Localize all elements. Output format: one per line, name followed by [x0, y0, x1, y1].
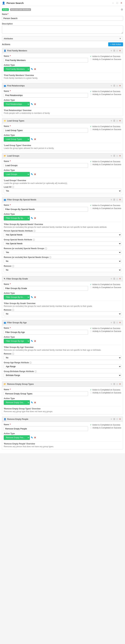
description-input[interactable] — [2, 26, 123, 34]
action-type-select-8[interactable]: Remove Empty Peo... — [4, 435, 30, 440]
clear-action-4[interactable]: ✕ — [34, 217, 36, 220]
reorder-icon-5[interactable]: ☰ — [113, 277, 116, 280]
reorder-icon-2[interactable]: ☰ — [113, 119, 116, 122]
attributes-header[interactable]: Attributes ▼ — [2, 36, 123, 41]
expand-icon-8[interactable]: □ — [116, 418, 118, 421]
reorder-icon-7[interactable]: ☰ — [113, 382, 116, 386]
name-input-3[interactable] — [4, 163, 88, 168]
remove-non-special-needs-select[interactable]: No Yes — [4, 259, 121, 264]
filter-icon-5[interactable]: ▿ — [110, 277, 112, 280]
expand-icon-7[interactable]: □ — [116, 382, 118, 386]
action-type-select-4[interactable]: Filter Groups By Sp... — [4, 216, 30, 220]
action-type-select-7[interactable]: Remove Empty Gro... — [4, 400, 30, 405]
clear-action-7[interactable]: ✕ — [34, 401, 36, 404]
reorder-icon-8[interactable]: ☰ — [113, 418, 116, 421]
expand-icon-4[interactable]: □ — [116, 198, 118, 201]
active-tag[interactable]: Active — [2, 8, 9, 11]
clear-action-8[interactable]: ✕ — [34, 436, 36, 439]
delete-icon-4[interactable]: ✕ — [119, 198, 121, 201]
remove-select-4[interactable]: No Yes — [4, 268, 121, 272]
person-special-needs-select[interactable]: Has Special Needs — [4, 232, 121, 237]
info-icon-gbr[interactable]: ⓘ — [34, 370, 37, 373]
filter-icon-3[interactable]: ▿ — [110, 154, 112, 157]
expand-icon-1[interactable]: □ — [116, 84, 118, 87]
reorder-icon-6[interactable]: ☰ — [113, 321, 116, 324]
reorder-icon-1[interactable]: ☰ — [113, 84, 116, 87]
action-type-select-3[interactable]: Load Groups — [4, 172, 30, 176]
action-type-select-0[interactable]: Find Family Members — [4, 67, 30, 72]
expand-icon-6[interactable]: □ — [116, 321, 118, 324]
edit-action-2[interactable]: ✎ — [31, 138, 33, 141]
delete-icon-6[interactable]: ✕ — [119, 321, 121, 324]
group-age-range-select[interactable]: Age Range — [4, 364, 121, 369]
minimize-icon[interactable]: − — [111, 1, 114, 4]
edit-action-8[interactable]: ✎ — [31, 436, 33, 439]
name-input-5[interactable] — [4, 286, 88, 291]
info-icon-rnsng[interactable]: ⓘ — [49, 256, 51, 259]
delete-icon-3[interactable]: ✕ — [119, 154, 121, 157]
filter-icon-8[interactable]: ▿ — [110, 418, 112, 421]
group-birthdate-range-select[interactable]: Birthdate Range — [4, 373, 121, 378]
expand-icon-3[interactable]: □ — [116, 154, 118, 157]
action-type-select-6[interactable]: Filter Groups By Age — [4, 339, 30, 343]
reorder-icon-0[interactable]: ☰ — [113, 49, 116, 52]
info-icon-psna[interactable]: ⓘ — [34, 230, 36, 232]
clear-action-1[interactable]: ✕ — [34, 103, 36, 106]
reorder-icon-3[interactable]: ☰ — [113, 154, 116, 157]
expand-icon-2[interactable]: □ — [116, 119, 118, 122]
edit-action-4[interactable]: ✎ — [31, 217, 33, 220]
close-icon[interactable]: ✕ — [120, 1, 123, 4]
remove-select-6[interactable]: No Yes — [4, 356, 121, 360]
info-icon-load-all[interactable]: ⓘ — [12, 186, 14, 189]
edit-action-3[interactable]: ✎ — [31, 173, 33, 176]
delete-icon-1[interactable]: ✕ — [119, 84, 121, 87]
clear-action-0[interactable]: ✕ — [34, 68, 36, 71]
name-input-4[interactable] — [4, 207, 88, 212]
edit-action-7[interactable]: ✎ — [31, 401, 33, 404]
clear-action-2[interactable]: ✕ — [34, 138, 36, 141]
delete-icon-5[interactable]: ✕ — [119, 277, 121, 280]
name-input-8[interactable] — [4, 426, 88, 431]
filter-icon-6[interactable]: ▿ — [110, 321, 112, 324]
info-icon-gsna[interactable]: ⓘ — [33, 238, 35, 241]
delete-icon-7[interactable]: ✕ — [119, 382, 121, 386]
remove-special-needs-select[interactable]: Yes No — [4, 250, 121, 255]
filter-icon-0[interactable]: ▿ — [110, 49, 112, 52]
delete-icon-0[interactable]: ✕ — [119, 49, 121, 52]
group-special-needs-select[interactable]: Has Special Needs — [4, 241, 121, 246]
info-icon-rsng[interactable]: ⓘ — [45, 247, 47, 250]
info-icon-r6[interactable]: ⓘ — [12, 352, 14, 356]
reorder-icon-4[interactable]: ☰ — [113, 198, 116, 201]
name-input-7[interactable] — [4, 391, 88, 396]
edit-action-5[interactable]: ✎ — [31, 296, 33, 299]
add-action-button[interactable]: + Add Action — [108, 42, 123, 46]
name-input-6[interactable] — [4, 330, 88, 334]
settings-icon[interactable]: ⚙ — [121, 8, 123, 11]
workflow-tag[interactable]: Activated with Workflow — [10, 8, 31, 11]
info-icon-gar[interactable]: ⓘ — [30, 361, 32, 364]
expand-icon-0[interactable]: □ — [116, 49, 118, 52]
clear-action-5[interactable]: ✕ — [34, 296, 36, 299]
filter-icon-1[interactable]: ▿ — [110, 84, 112, 87]
name-input-0[interactable] — [4, 58, 88, 62]
info-icon-r5[interactable]: ⓘ — [12, 309, 14, 312]
expand-icon-5[interactable]: □ — [116, 277, 118, 280]
clear-action-3[interactable]: ✕ — [34, 173, 36, 176]
edit-action-0[interactable]: ✎ — [31, 68, 33, 71]
action-type-select-1[interactable]: Find Relationships — [4, 102, 30, 106]
name-input-2[interactable] — [4, 128, 88, 133]
load-all-select[interactable]: Yes No — [4, 189, 121, 193]
info-icon-r4[interactable]: ⓘ — [12, 265, 14, 268]
clear-action-6[interactable]: ✕ — [34, 340, 36, 343]
action-type-select-5[interactable]: Filter Groups By Gr... — [4, 295, 30, 300]
name-input[interactable] — [2, 16, 123, 21]
expand-icon[interactable]: □ — [116, 1, 119, 4]
delete-icon-2[interactable]: ✕ — [119, 119, 121, 122]
filter-icon-7[interactable]: ▿ — [110, 382, 112, 386]
remove-select-5[interactable]: No Yes — [4, 312, 121, 316]
filter-icon-4[interactable]: ▿ — [110, 198, 112, 201]
action-type-select-2[interactable]: Load Group Types — [4, 137, 30, 142]
edit-action-6[interactable]: ✎ — [31, 340, 33, 343]
edit-action-1[interactable]: ✎ — [31, 103, 33, 106]
name-input-1[interactable] — [4, 93, 88, 98]
